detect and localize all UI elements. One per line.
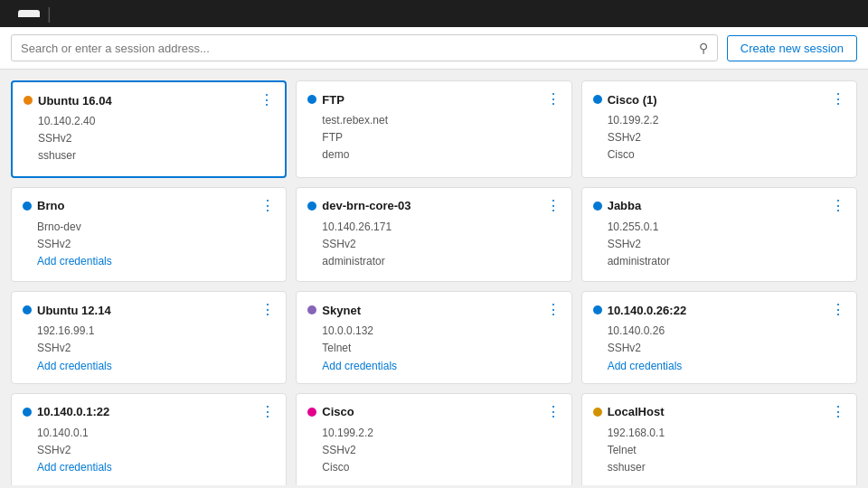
session-name: LocalHost [608, 405, 665, 418]
card-header: dev-brn-core-03⋮ [307, 199, 560, 213]
card-line1: 192.16.99.1 [37, 323, 275, 340]
card-menu-button[interactable]: ⋮ [831, 303, 845, 317]
session-name: Ubuntu 12.14 [37, 304, 111, 317]
card-menu-button[interactable]: ⋮ [831, 199, 845, 213]
session-card[interactable]: Cisco⋮10.199.2.2SSHv2Cisco [296, 393, 571, 486]
search-input[interactable] [21, 42, 699, 55]
session-name: dev-brn-core-03 [322, 199, 410, 212]
card-line3: Cisco [322, 459, 560, 476]
session-card[interactable]: 10.140.0.26:22⋮10.140.0.26SSHv2Add crede… [581, 291, 857, 383]
status-dot [593, 408, 602, 417]
card-title-row: Skynet [307, 304, 361, 317]
card-menu-button[interactable]: ⋮ [546, 199, 561, 213]
card-menu-button[interactable]: ⋮ [546, 405, 561, 419]
add-credentials-link[interactable]: Add credentials [608, 360, 845, 372]
card-line1: 192.168.0.1 [608, 425, 845, 442]
overview-tab[interactable] [18, 10, 40, 17]
card-line2: SSHv2 [322, 236, 560, 253]
close-button[interactable] [846, 6, 861, 21]
card-header: 10.140.0.26:22⋮ [593, 303, 845, 317]
session-name: 10.140.0.26:22 [608, 304, 686, 317]
card-menu-button[interactable]: ⋮ [259, 93, 274, 108]
card-info: 192.16.99.1SSHv2 [37, 323, 275, 357]
card-menu-button[interactable]: ⋮ [260, 405, 275, 419]
session-card[interactable]: Brno⋮Brno-devSSHv2Add credentials [11, 187, 287, 283]
card-info: 10.140.2.40SSHv2sshuser [38, 113, 274, 165]
card-line1: 10.140.0.1 [37, 425, 275, 442]
card-line2: SSHv2 [38, 130, 274, 147]
card-header: Ubuntu 16.04⋮ [24, 93, 274, 108]
card-line2: Telnet [322, 340, 560, 357]
card-line2: SSHv2 [322, 442, 560, 459]
status-dot [307, 408, 316, 417]
card-menu-button[interactable]: ⋮ [831, 405, 845, 419]
card-line2: Telnet [608, 442, 845, 459]
search-box[interactable]: ⚲ [11, 34, 718, 61]
card-title-row: dev-brn-core-03 [307, 199, 410, 212]
card-line1: 10.255.0.1 [608, 219, 845, 236]
card-line1: 10.140.26.171 [322, 219, 560, 236]
toolbar: ⚲ Create new session [0, 27, 868, 70]
session-card[interactable]: LocalHost⋮192.168.0.1Telnetsshuser [581, 393, 857, 486]
card-title-row: 10.140.0.1:22 [23, 405, 109, 418]
card-menu-button[interactable]: ⋮ [260, 199, 275, 213]
card-header: LocalHost⋮ [593, 405, 845, 419]
card-line2: SSHv2 [608, 340, 845, 357]
session-name: Cisco [322, 405, 354, 418]
session-card[interactable]: 10.140.0.1:22⋮10.140.0.1SSHv2Add credent… [11, 393, 287, 486]
maximize-button[interactable] [826, 6, 841, 21]
session-card[interactable]: Jabba⋮10.255.0.1SSHv2administrator [581, 187, 857, 283]
minimize-button[interactable] [807, 6, 821, 21]
status-dot [593, 95, 602, 104]
card-header: FTP⋮ [307, 92, 560, 107]
card-line3: sshuser [38, 147, 274, 164]
session-card[interactable]: dev-brn-core-03⋮10.140.26.171SSHv2admini… [296, 187, 571, 283]
status-dot [593, 202, 602, 211]
card-info: 10.0.0.132Telnet [322, 323, 560, 357]
session-card[interactable]: Skynet⋮10.0.0.132TelnetAdd credentials [296, 291, 571, 383]
search-icon: ⚲ [699, 41, 708, 55]
card-menu-button[interactable]: ⋮ [546, 92, 561, 107]
card-header: Ubuntu 12.14⋮ [23, 303, 275, 317]
card-title-row: 10.140.0.26:22 [593, 304, 686, 317]
session-name: Ubuntu 16.04 [38, 94, 112, 108]
card-info: test.rebex.netFTPdemo [322, 112, 560, 164]
session-name: Skynet [322, 304, 361, 317]
session-card[interactable]: Ubuntu 12.14⋮192.16.99.1SSHv2Add credent… [11, 291, 287, 383]
session-card[interactable]: FTP⋮test.rebex.netFTPdemo [296, 80, 571, 178]
card-line1: 10.199.2.2 [608, 112, 845, 129]
card-menu-button[interactable]: ⋮ [260, 303, 275, 317]
card-menu-button[interactable]: ⋮ [546, 303, 561, 317]
session-name: Jabba [608, 199, 642, 212]
session-name: 10.140.0.1:22 [37, 405, 109, 418]
session-card[interactable]: Ubuntu 16.04⋮10.140.2.40SSHv2sshuser [11, 80, 287, 178]
add-credentials-link[interactable]: Add credentials [322, 360, 560, 372]
card-header: Skynet⋮ [307, 303, 560, 317]
card-line2: SSHv2 [37, 340, 275, 357]
add-credentials-link[interactable]: Add credentials [37, 360, 275, 372]
tab-divider: | [47, 5, 52, 23]
card-line3: sshuser [608, 459, 845, 476]
card-info: 192.168.0.1Telnetsshuser [608, 425, 845, 477]
card-title-row: Cisco (1) [593, 93, 657, 107]
card-title-row: Brno [23, 199, 64, 212]
card-title-row: LocalHost [593, 405, 665, 418]
card-header: Brno⋮ [23, 199, 275, 213]
add-credentials-link[interactable]: Add credentials [37, 255, 275, 267]
card-header: Cisco (1)⋮ [593, 92, 845, 107]
card-line2: SSHv2 [608, 236, 845, 253]
card-title-row: FTP [307, 93, 344, 107]
card-menu-button[interactable]: ⋮ [831, 92, 845, 107]
create-session-button[interactable]: Create new session [727, 35, 857, 61]
add-credentials-link[interactable]: Add credentials [37, 461, 275, 474]
session-card[interactable]: Cisco (1)⋮10.199.2.2SSHv2Cisco [581, 80, 857, 178]
card-line3: administrator [322, 253, 560, 270]
card-header: Jabba⋮ [593, 199, 845, 213]
card-line1: 10.0.0.132 [322, 323, 560, 340]
card-info: 10.140.26.171SSHv2administrator [322, 219, 560, 271]
status-dot [307, 202, 316, 211]
card-header: Cisco⋮ [307, 405, 560, 419]
status-dot [24, 96, 33, 105]
card-line3: demo [322, 146, 560, 164]
card-line2: SSHv2 [37, 442, 275, 459]
